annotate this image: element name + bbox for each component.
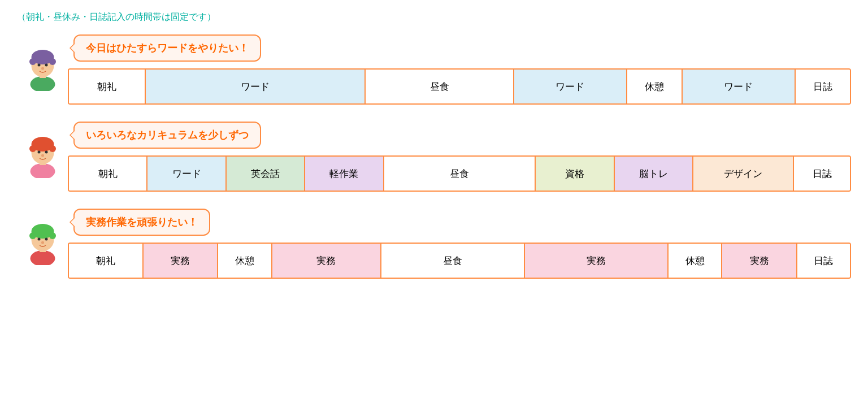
person-row-1: 今日はひたすらワードをやりたい！朝礼ワード昼食ワード休憩ワード日誌	[17, 34, 851, 105]
svg-point-4	[29, 58, 36, 65]
avatar-1	[17, 34, 68, 91]
schedule-cell-3-5: 昼食	[381, 244, 525, 278]
content-area-3: 実務作業を頑張りたい！朝礼実務休憩実務昼食実務休憩実務日誌	[68, 209, 851, 279]
content-area-2: いろいろなカリキュラムを少しずつ朝礼ワード英会話軽作業昼食資格脳トレデザイン日誌	[68, 122, 851, 192]
schedule-cell-3-8: 実務	[722, 244, 797, 278]
svg-point-5	[49, 58, 56, 65]
svg-point-15	[37, 151, 40, 154]
schedule-cell-1-7: 日誌	[796, 70, 850, 103]
svg-point-14	[49, 145, 56, 152]
schedule-cell-3-1: 朝礼	[69, 244, 144, 278]
header-note: （朝礼・昼休み・日誌記入の時間帯は固定です）	[17, 11, 851, 23]
schedule-cell-1-1: 朝礼	[69, 70, 146, 103]
schedule-bar-3: 朝礼実務休憩実務昼食実務休憩実務日誌	[68, 243, 851, 279]
schedule-bar-1: 朝礼ワード昼食ワード休憩ワード日誌	[68, 68, 851, 105]
schedule-bar-2: 朝礼ワード英会話軽作業昼食資格脳トレデザイン日誌	[68, 155, 851, 192]
content-area-1: 今日はひたすらワードをやりたい！朝礼ワード昼食ワード休憩ワード日誌	[68, 34, 851, 105]
schedule-cell-1-5: 休憩	[627, 70, 683, 103]
schedule-cell-1-2: ワード	[146, 70, 366, 103]
avatar-2	[17, 122, 68, 178]
schedule-cell-2-8: デザイン	[693, 157, 794, 191]
schedule-cell-2-2: ワード	[147, 157, 226, 191]
speech-bubble-text-1: 今日はひたすらワードをやりたい！	[86, 42, 249, 54]
schedule-cell-1-4: ワード	[514, 70, 627, 103]
svg-point-17	[41, 154, 44, 157]
avatar-3	[17, 209, 68, 265]
schedule-cell-2-1: 朝礼	[69, 157, 147, 191]
speech-bubble-text-3: 実務作業を頑張りたい！	[86, 217, 198, 228]
svg-point-6	[37, 64, 40, 67]
schedule-cell-3-4: 実務	[272, 244, 381, 278]
svg-point-22	[29, 232, 36, 239]
speech-bubble-2: いろいろなカリキュラムを少しずつ	[73, 122, 261, 149]
svg-point-23	[49, 232, 56, 239]
schedule-cell-3-9: 日誌	[797, 244, 850, 278]
schedule-cell-1-3: 昼食	[366, 70, 514, 103]
svg-point-13	[29, 145, 36, 152]
schedule-cell-3-2: 実務	[144, 244, 218, 278]
speech-bubble-1: 今日はひたすらワードをやりたい！	[73, 34, 261, 62]
svg-point-0	[30, 76, 55, 91]
svg-point-18	[30, 250, 55, 265]
svg-point-7	[45, 64, 47, 67]
schedule-cell-2-9: 日誌	[794, 157, 850, 191]
svg-point-9	[30, 163, 55, 178]
speech-bubble-3: 実務作業を頑張りたい！	[73, 209, 210, 236]
person-row-3: 実務作業を頑張りたい！朝礼実務休憩実務昼食実務休憩実務日誌	[17, 209, 851, 279]
schedule-cell-2-5: 昼食	[384, 157, 536, 191]
svg-point-16	[45, 151, 47, 154]
svg-point-26	[41, 241, 44, 244]
svg-point-8	[41, 67, 44, 70]
speech-bubble-text-2: いろいろなカリキュラムを少しずつ	[86, 129, 249, 141]
svg-point-25	[45, 238, 47, 241]
schedule-cell-2-3: 英会話	[227, 157, 305, 191]
person-row-2: いろいろなカリキュラムを少しずつ朝礼ワード英会話軽作業昼食資格脳トレデザイン日誌	[17, 122, 851, 192]
schedule-cell-3-3: 休憩	[218, 244, 272, 278]
schedule-cell-2-7: 脳トレ	[615, 157, 693, 191]
schedule-cell-2-4: 軽作業	[305, 157, 384, 191]
schedule-cell-3-6: 実務	[525, 244, 669, 278]
schedule-cell-2-6: 資格	[536, 157, 614, 191]
svg-point-24	[37, 238, 40, 241]
schedule-cell-1-6: ワード	[683, 70, 796, 103]
schedule-cell-3-7: 休憩	[669, 244, 722, 278]
